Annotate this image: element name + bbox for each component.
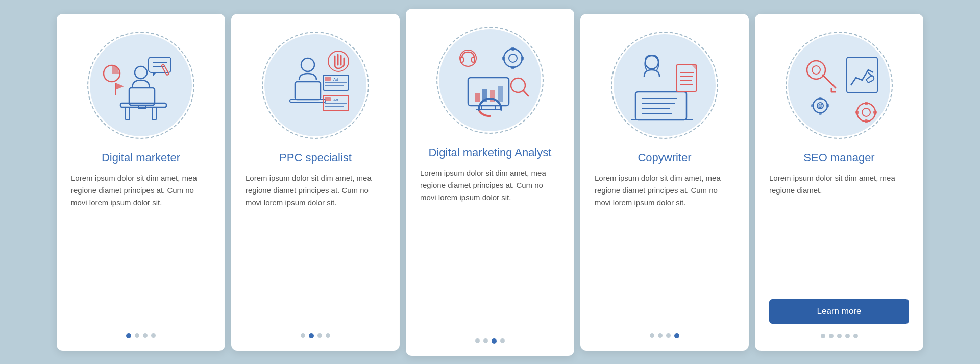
svg-rect-2	[152, 107, 156, 120]
svg-text:Ad: Ad	[333, 77, 338, 82]
svg-text:Ad: Ad	[333, 98, 338, 102]
icon-area-copywriter	[608, 29, 721, 141]
svg-rect-80	[811, 104, 814, 107]
svg-point-62	[645, 56, 658, 69]
card-title-3: Digital marketing Analyst	[429, 145, 552, 160]
svg-rect-1	[126, 107, 130, 120]
svg-rect-68	[847, 57, 877, 93]
card-text-3: Lorem ipsum dolor sit dim amet, mea regi…	[420, 167, 560, 328]
svg-rect-47	[472, 57, 475, 62]
dots-row-3	[475, 338, 505, 344]
dot-4-3	[666, 333, 671, 338]
card-title-4: Copywriter	[638, 151, 691, 165]
dot-2-1	[301, 333, 305, 338]
icon-area-seo	[783, 29, 895, 141]
svg-point-39	[504, 49, 522, 67]
svg-point-64	[812, 66, 820, 74]
dot-4-2	[658, 333, 663, 338]
svg-rect-56	[676, 65, 697, 91]
card-text-5: Lorem ipsum dolor sit dim amet, mea regi…	[769, 172, 909, 290]
dot-2-3	[317, 333, 322, 338]
card-text-1: Lorem ipsum dolor sit dim amet, mea regi…	[71, 172, 211, 323]
svg-marker-57	[692, 65, 697, 70]
svg-rect-16	[290, 100, 326, 102]
svg-point-71	[862, 108, 870, 116]
dot-5-5	[853, 334, 858, 338]
svg-point-5	[135, 66, 147, 79]
svg-rect-44	[521, 57, 524, 60]
cards-container: Digital marketer Lorem ipsum dolor sit d…	[41, 0, 939, 364]
svg-point-84	[821, 104, 822, 105]
svg-rect-79	[819, 112, 822, 115]
svg-marker-13	[115, 83, 124, 90]
svg-rect-78	[819, 97, 822, 100]
dot-3-4	[500, 338, 505, 343]
dots-row-4	[650, 333, 679, 338]
svg-rect-42	[511, 66, 514, 69]
card-copywriter: Copywriter Lorem ipsum dolor sit dim ame…	[580, 14, 749, 351]
svg-point-40	[509, 54, 517, 62]
card-digital-marketing-analyst: Digital marketing Analyst Lorem ipsum do…	[406, 9, 574, 356]
svg-rect-50	[635, 92, 687, 120]
icon-area-digital-marketer	[85, 29, 197, 141]
learn-more-button[interactable]: Learn more	[769, 299, 909, 324]
dot-5-3	[837, 334, 842, 338]
svg-rect-74	[855, 111, 859, 114]
dot-1-active	[126, 333, 131, 338]
card-title-5: SEO manager	[803, 151, 874, 165]
dots-row-2	[301, 333, 330, 338]
svg-rect-38	[498, 86, 503, 102]
dot-5-4	[845, 334, 850, 338]
card-title-2: PPC specialist	[279, 151, 352, 165]
card-text-4: Lorem ipsum dolor sit dim amet, mea regi…	[595, 172, 734, 323]
dots-row-5	[821, 334, 858, 338]
svg-marker-10	[153, 72, 156, 77]
svg-point-63	[807, 61, 825, 79]
svg-rect-81	[826, 104, 829, 107]
dot-3-2	[483, 338, 488, 343]
icon-area-ppc: Ad Ad	[259, 29, 372, 141]
svg-rect-41	[511, 47, 514, 51]
dot-1-4	[151, 333, 156, 338]
svg-rect-35	[475, 93, 480, 102]
card-digital-marketer: Digital marketer Lorem ipsum dolor sit d…	[57, 14, 225, 351]
dot-2-active	[309, 333, 314, 338]
svg-line-65	[823, 75, 836, 88]
svg-rect-18	[325, 77, 331, 81]
dot-3-active	[492, 338, 497, 344]
icon-area-analyst	[434, 24, 546, 136]
dot-4-active	[674, 333, 679, 338]
svg-point-83	[819, 104, 820, 105]
svg-line-49	[523, 90, 528, 96]
card-seo-manager: SEO manager Lorem ipsum dolor sit dim am…	[755, 14, 923, 351]
svg-rect-75	[873, 111, 877, 114]
dot-4-1	[650, 333, 654, 338]
dot-5-1	[821, 334, 825, 338]
seo-manager-icon	[791, 37, 888, 134]
dot-5-2	[829, 334, 834, 338]
card-title-1: Digital marketer	[102, 151, 180, 165]
svg-point-70	[857, 103, 875, 122]
card-ppc-specialist: Ad Ad PPC specialist Lorem ipsum dolor s…	[231, 14, 400, 351]
svg-point-14	[301, 58, 314, 71]
svg-rect-73	[865, 119, 868, 123]
dot-1-2	[135, 333, 139, 338]
svg-rect-72	[865, 102, 868, 105]
dot-3-1	[475, 338, 480, 343]
svg-rect-7	[149, 57, 171, 72]
dots-row-1	[126, 333, 156, 338]
dot-1-3	[143, 333, 148, 338]
svg-rect-43	[502, 57, 505, 60]
analyst-icon	[442, 32, 538, 129]
copywriter-icon	[616, 37, 713, 134]
ppc-specialist-icon: Ad Ad	[267, 37, 364, 134]
dot-2-4	[326, 333, 330, 338]
digital-marketer-icon	[92, 37, 189, 134]
svg-rect-15	[295, 82, 321, 100]
card-text-2: Lorem ipsum dolor sit dim amet, mea regi…	[246, 172, 385, 323]
svg-rect-23	[325, 97, 331, 101]
